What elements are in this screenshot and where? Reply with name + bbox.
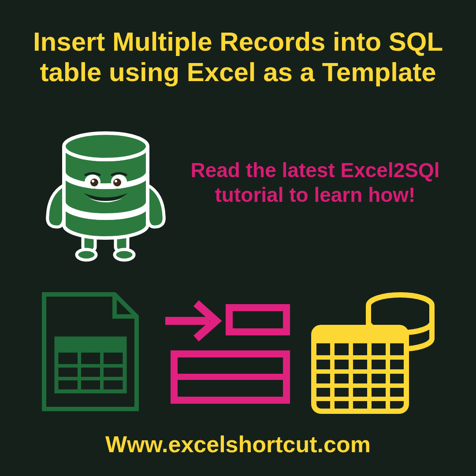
spreadsheet-file-icon — [40, 290, 141, 415]
svg-rect-20 — [229, 308, 286, 332]
svg-point-10 — [113, 178, 121, 186]
svg-point-12 — [115, 180, 117, 182]
svg-point-2 — [77, 249, 96, 260]
headline-text: Insert Multiple Records into SQL table u… — [0, 26, 476, 87]
footer-url: Www.excelshortcut.com — [0, 431, 476, 457]
svg-rect-13 — [56, 338, 125, 353]
subheadline-text: Read the latest Excel2SQl tutorial to le… — [187, 158, 443, 207]
arrow-to-records-icon — [159, 294, 291, 411]
svg-point-6 — [64, 133, 148, 160]
svg-point-11 — [92, 180, 94, 182]
icon-row — [40, 291, 436, 414]
svg-rect-26 — [314, 337, 406, 343]
svg-point-3 — [115, 249, 134, 260]
spreadsheet-database-icon — [309, 288, 436, 417]
svg-point-9 — [90, 178, 98, 186]
database-mascot-icon — [40, 128, 172, 264]
